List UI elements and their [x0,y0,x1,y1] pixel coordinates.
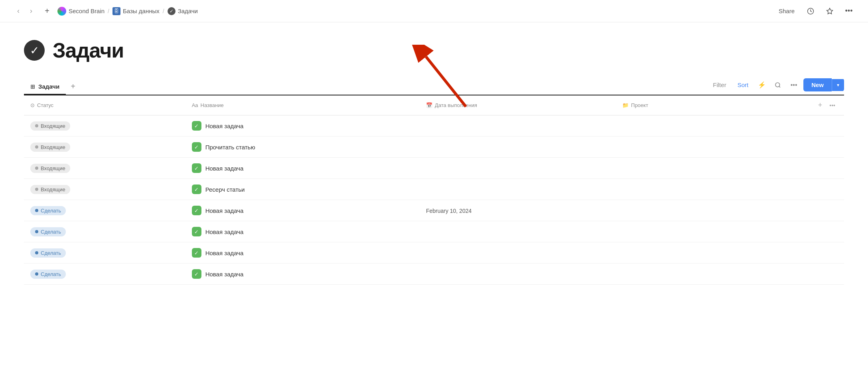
app-icon [57,7,66,16]
project-cell [616,242,735,264]
project-cell [616,137,735,158]
breadcrumb: Second Brain / 🗄 Базы данных / ✓ Задачи [57,7,198,16]
status-col-icon: ⊙ [30,102,35,108]
table-row[interactable]: Входящие ✓ Новая задача [24,158,844,179]
status-dot-icon [35,124,38,127]
table-row[interactable]: Сделать ✓ Новая задача February 10, 2024 [24,200,844,221]
col-header-actions: + ••• [735,95,844,115]
nav-back-button[interactable]: ‹ [13,6,24,17]
status-dot-icon [35,188,38,191]
search-button[interactable] [771,79,784,91]
tab-tasks[interactable]: ⊞ Задачи [24,79,66,95]
breadcrumb-app[interactable]: Second Brain [57,7,105,16]
breadcrumb-app-label: Second Brain [69,8,105,14]
table-row[interactable]: Входящие ✓ Новая задача [24,115,844,137]
project-cell [616,264,735,285]
name-cell[interactable]: ✓ Новая задача [185,264,420,285]
star-button[interactable] [823,5,836,18]
status-dot-icon [35,230,38,233]
task-name: Новая задача [205,271,244,278]
table-row[interactable]: Входящие ✓ Ресерч статьи [24,179,844,200]
task-name: Новая задача [205,207,244,214]
status-badge: Входящие [30,121,70,131]
task-name: Прочитать статью [205,144,255,151]
status-label: Сделать [41,250,61,256]
status-label: Входящие [41,165,65,171]
task-check-icon: ✓ [192,269,201,279]
history-button[interactable] [804,5,817,18]
task-table-body: Входящие ✓ Новая задача Входящие ✓ Пр [24,115,844,285]
col-header-project: 📁 Проект [616,95,735,115]
name-cell[interactable]: ✓ Новая задача [185,158,420,179]
due-date-col-icon: 📅 [426,102,432,108]
status-badge: Входящие [30,164,70,173]
col-header-name: Aa Название [185,95,420,115]
status-dot-icon [35,209,38,212]
task-name: Новая задача [205,228,244,235]
breadcrumb-section[interactable]: 🗄 Базы данных [112,7,160,15]
table-row[interactable]: Сделать ✓ Новая задача [24,264,844,285]
name-cell[interactable]: ✓ Прочитать статью [185,137,420,158]
project-cell [616,221,735,242]
lightning-button[interactable]: ⚡ [756,79,768,91]
breadcrumb-sep-1: / [108,8,109,14]
column-more-button[interactable]: ••• [827,101,838,109]
filter-button[interactable]: Filter [709,79,730,91]
status-label: Сделать [41,229,61,235]
name-cell[interactable]: ✓ Новая задача [185,200,420,221]
project-cell [616,179,735,200]
status-dot-icon [35,251,38,254]
more-options-button[interactable]: ••• [842,5,855,18]
name-cell[interactable]: ✓ Ресерч статьи [185,179,420,200]
table-row[interactable]: Сделать ✓ Новая задача [24,242,844,264]
status-badge: Входящие [30,143,70,152]
row-actions-cell [735,221,844,242]
nav-plus-button[interactable]: + [41,6,53,17]
add-column-button[interactable]: + [815,100,826,110]
nav-arrows: ‹ › [13,6,37,17]
sort-button[interactable]: Sort [734,79,753,91]
table-row[interactable]: Сделать ✓ Новая задача [24,221,844,242]
nav-forward-button[interactable]: › [26,6,37,17]
task-check-icon: ✓ [192,227,201,236]
breadcrumb-page[interactable]: ✓ Задачи [168,7,198,15]
status-dot-icon [35,145,38,149]
due-date-cell [420,264,616,285]
new-button[interactable]: New [803,78,832,91]
name-col-label: Название [201,102,224,108]
main-content: ✓ Задачи ⊞ Задачи + Filter Sort ⚡ [0,22,868,301]
task-name: Новая задача [205,250,244,256]
breadcrumb-sep-2: / [163,8,164,14]
table-row[interactable]: Входящие ✓ Прочитать статью [24,137,844,158]
status-cell: Входящие [24,115,185,137]
page-title: Задачи [53,38,124,62]
status-label: Сделать [41,271,61,277]
project-cell [616,158,735,179]
status-cell: Входящие [24,158,185,179]
project-cell [616,200,735,221]
add-tab-button[interactable]: + [67,80,79,93]
svg-line-5 [779,86,780,87]
task-name: Новая задача [205,123,244,129]
breadcrumb-section-label: Базы данных [123,8,160,14]
svg-marker-1 [827,8,833,14]
status-label: Входящие [41,144,65,150]
status-cell: Входящие [24,137,185,158]
status-dot-icon [35,272,38,276]
database-icon: 🗄 [112,7,120,15]
share-button[interactable]: Share [775,6,798,16]
status-cell: Входящие [24,179,185,200]
more-table-options-button[interactable]: ••• [787,79,800,91]
status-badge: Сделать [30,227,66,236]
row-actions-cell [735,242,844,264]
tab-tasks-icon: ⊞ [30,83,35,90]
task-check-icon: ✓ [192,248,201,258]
project-col-icon: 📁 [622,102,629,108]
name-cell[interactable]: ✓ Новая задача [185,115,420,137]
new-button-dropdown[interactable]: ▾ [832,79,844,91]
name-cell[interactable]: ✓ Новая задача [185,242,420,264]
name-cell[interactable]: ✓ Новая задача [185,221,420,242]
status-label: Входящие [41,187,65,192]
due-date-value: February 10, 2024 [426,208,471,214]
task-check-icon: ✓ [192,185,201,194]
